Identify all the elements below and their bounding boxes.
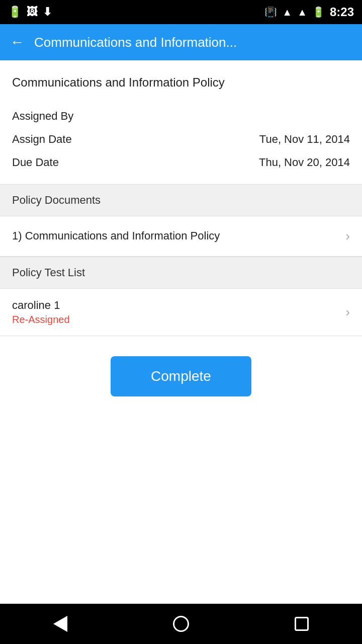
policy-test-list-header: Policy Test List <box>0 257 362 289</box>
nav-home-button[interactable] <box>166 609 196 639</box>
main-content: Communications and Information Policy As… <box>0 60 362 604</box>
wifi-icon: ▲ <box>282 7 292 18</box>
nav-back-button[interactable] <box>45 609 75 639</box>
image-icon: 🖼 <box>27 6 38 19</box>
status-icons-left: 🔋 🖼 ⬇ <box>8 6 52 19</box>
battery-alert-icon: 🔋 <box>8 6 22 19</box>
assign-date-row: Assign Date Tue, Nov 11, 2014 <box>12 128 350 151</box>
test-item-status: Re-Assigned <box>12 314 70 326</box>
test-list-item-caroline[interactable]: caroline 1 Re-Assigned › <box>0 289 362 336</box>
app-bar-title: Communications and Information... <box>34 35 237 50</box>
time-display: 8:23 <box>330 5 354 19</box>
battery-icon: 🔋 <box>312 6 325 18</box>
home-nav-icon <box>173 616 189 632</box>
back-button[interactable]: ← <box>10 34 24 50</box>
policy-document-item-1-text: 1) Communications and Information Policy <box>12 228 345 244</box>
assign-date-label: Assign Date <box>12 133 72 146</box>
signal-icon: ▲ <box>297 7 307 18</box>
chevron-right-icon: › <box>345 228 350 244</box>
policy-title: Communications and Information Policy <box>12 75 350 90</box>
policy-document-item-1[interactable]: 1) Communications and Information Policy… <box>0 216 362 257</box>
vibrate-icon: 📳 <box>264 6 277 18</box>
due-date-row: Due Date Thu, Nov 20, 2014 <box>12 151 350 174</box>
assigned-by-row: Assigned By <box>12 105 350 128</box>
assign-date-value: Tue, Nov 11, 2014 <box>259 133 350 146</box>
app-bar: ← Communications and Information... <box>0 24 362 60</box>
download-icon: ⬇ <box>43 6 52 19</box>
assigned-by-label: Assigned By <box>12 110 73 123</box>
bottom-nav-bar <box>0 604 362 644</box>
recents-nav-icon <box>295 617 309 631</box>
status-icons-right: 📳 ▲ ▲ 🔋 8:23 <box>264 5 354 19</box>
policy-info-section: Communications and Information Policy As… <box>0 60 362 184</box>
test-item-content: caroline 1 Re-Assigned <box>12 299 70 326</box>
back-nav-icon <box>53 616 67 632</box>
status-bar: 🔋 🖼 ⬇ 📳 ▲ ▲ 🔋 8:23 <box>0 0 362 24</box>
complete-button[interactable]: Complete <box>111 356 251 396</box>
test-item-name: caroline 1 <box>12 299 70 312</box>
nav-recents-button[interactable] <box>287 609 317 639</box>
complete-section: Complete <box>0 336 362 412</box>
due-date-label: Due Date <box>12 156 59 169</box>
policy-documents-header: Policy Documents <box>0 184 362 216</box>
due-date-value: Thu, Nov 20, 2014 <box>259 156 350 169</box>
chevron-right-icon-2: › <box>345 304 350 320</box>
